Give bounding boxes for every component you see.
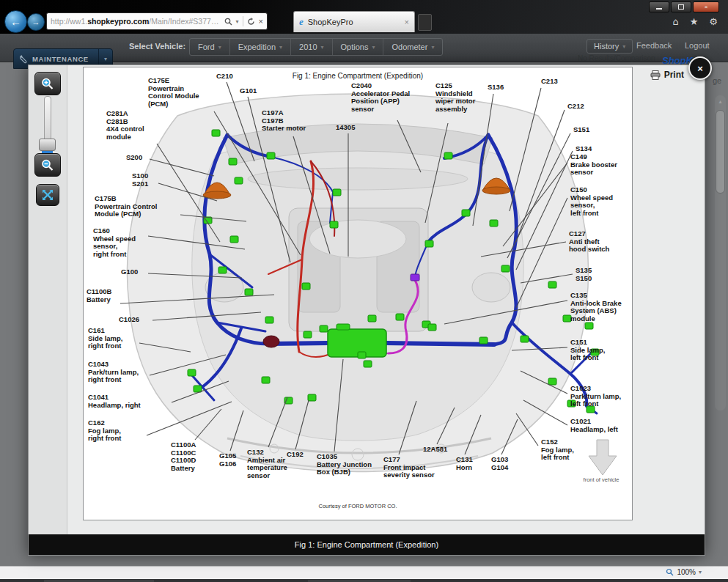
home-icon[interactable]: ⌂	[672, 16, 678, 27]
page-zoom-control[interactable]: 100% ▾	[666, 568, 702, 576]
browser-back-button[interactable]: ←	[4, 10, 27, 33]
figure-label: C177 Front impact severity sensor	[383, 456, 435, 479]
search-icon[interactable]	[224, 18, 232, 26]
figure-label: C132 Ambient air temperature sensor	[247, 449, 287, 479]
address-bar[interactable]: http://ww1.shopkeypro.com/Main/Index#S37…	[46, 12, 268, 30]
tab-title: ShopKeyPro	[308, 18, 400, 26]
figure-label: C152 Fog lamp, left front	[541, 438, 574, 462]
chevron-down-icon: ▾	[431, 44, 434, 51]
tab-shopkeypro[interactable]: e ShopKeyPro ×	[293, 11, 415, 32]
figure-label: C281A C281B 4X4 control module	[106, 110, 144, 141]
window-maximize-button[interactable]	[671, 1, 691, 12]
figure-label: C149 Brake booster sensor	[570, 153, 617, 177]
forward-arrow-icon: →	[32, 18, 40, 26]
logout-link[interactable]: Logout	[685, 41, 710, 50]
figure-label: C135 Anti-lock Brake System (ABS) module	[570, 292, 622, 323]
window-controls: ×	[649, 1, 719, 12]
wrench-icon	[19, 54, 29, 64]
vehicle-menu-2010[interactable]: 2010▾	[290, 39, 332, 55]
front-of-vehicle-label: front of vehicle	[570, 476, 632, 483]
figure-label: C125 Windshield wiper motor assembly	[435, 82, 475, 113]
vehicle-menu-ford[interactable]: Ford▾	[190, 39, 229, 55]
vehicle-menu-odometer[interactable]: Odometer▾	[383, 39, 442, 55]
scrollbar-thumb[interactable]	[716, 110, 725, 194]
vehicle-menu-label: Options	[341, 43, 369, 51]
figure-label: 12A581	[423, 446, 447, 454]
chevron-down-icon: ▾	[279, 44, 282, 51]
page-scrollbar[interactable]: ▴	[715, 95, 726, 410]
minimize-icon	[656, 8, 662, 10]
maintenance-tab-label: MAINTENANCE	[29, 55, 98, 63]
figure-label: G103 G104	[491, 456, 508, 471]
close-icon: ×	[697, 63, 703, 74]
browser-chrome: × ← → http://ww1.shopkeypro.com/Main/Ind…	[0, 0, 728, 34]
figure-label: C212	[567, 103, 584, 111]
zoom-magnifier-icon	[666, 568, 674, 576]
vehicle-menu-label: Ford	[198, 43, 215, 51]
figure-label: S135 S150	[576, 267, 592, 282]
dialog-close-button[interactable]: ×	[688, 56, 712, 80]
print-button[interactable]: Print	[650, 70, 684, 80]
chevron-down-icon: ▾	[372, 44, 375, 51]
figure-label: C160 Wheel speed sensor, right front	[93, 227, 136, 258]
figure-label: C127 Anti theft hood switch	[569, 230, 609, 254]
url-path: /Main/Index#S3776635997200903110000	[149, 17, 221, 26]
close-icon: ×	[705, 4, 708, 10]
tab-close-icon[interactable]: ×	[405, 18, 409, 26]
vehicle-menu-label: Expedition	[238, 43, 276, 51]
window-minimize-button[interactable]	[649, 1, 669, 12]
feedback-link[interactable]: Feedback	[636, 41, 672, 50]
fit-to-screen-icon	[41, 188, 54, 202]
zoom-out-button[interactable]	[34, 153, 61, 177]
zoom-slider-handle[interactable]	[39, 139, 56, 151]
figure-caption-bar: Fig 1: Engine Compartment (Expedition)	[29, 534, 705, 555]
stop-icon[interactable]: ×	[259, 17, 263, 26]
print-label: Print	[664, 70, 684, 80]
history-button[interactable]: History▾	[587, 39, 633, 54]
figure-label: 14305	[336, 124, 355, 132]
window-close-button[interactable]: ×	[693, 1, 719, 12]
url-domain: shopkeypro.com	[87, 17, 149, 26]
zoom-in-icon	[40, 77, 55, 91]
ie-browser-icon: e	[299, 16, 304, 28]
chevron-down-icon: ▾	[622, 43, 625, 50]
browser-status-bar: 100% ▾	[0, 566, 728, 580]
figure-label: G105 G106	[219, 452, 236, 468]
background-results-text: No Results/Comparison	[578, 54, 655, 62]
new-tab-button[interactable]	[418, 14, 432, 31]
url-protocol: http://ww1.	[51, 17, 87, 26]
figure-label: S100 S201	[132, 172, 148, 188]
background-text-fragment: ge	[713, 76, 721, 85]
figure-label: C1100A C1100C C1100D Battery	[171, 441, 196, 472]
fit-to-screen-button[interactable]	[36, 184, 59, 206]
vehicle-menu-options[interactable]: Options▾	[332, 39, 383, 55]
taskbar-edge	[0, 579, 728, 582]
browser-window: × ← → http://ww1.shopkeypro.com/Main/Ind…	[0, 0, 728, 582]
refresh-icon[interactable]	[247, 18, 255, 26]
settings-gear-icon[interactable]: ⚙	[709, 16, 718, 27]
maximize-icon	[678, 4, 684, 10]
vehicle-selector-group: Ford▾Expedition▾2010▾Options▾Odometer▾	[189, 38, 443, 56]
figure-label: C150 Wheel speed sensor, left front	[570, 186, 613, 217]
figure-canvas: Fig 1: Engine Compartment (Expedition) C…	[83, 67, 633, 520]
figure-label: C2040 Accelerator Pedal Position (APP) s…	[351, 82, 410, 113]
figure-label: S134	[576, 145, 592, 153]
favorites-star-icon[interactable]: ★	[690, 16, 699, 27]
chevron-down-icon: ▾	[218, 44, 221, 51]
figure-label: G101	[240, 87, 257, 95]
divider	[243, 16, 243, 26]
figure-label: C213	[541, 78, 558, 86]
chevron-down-icon: ▾	[321, 44, 324, 51]
vehicle-menu-expedition[interactable]: Expedition▾	[229, 39, 290, 55]
figure-label: C161 Side lamp, right front	[88, 327, 123, 350]
chevron-down-icon[interactable]: ▾	[236, 18, 239, 25]
figure-label: C175B Powertrain Control Module (PCM)	[95, 195, 158, 218]
figure-label: C1043 Park/turn lamp, right front	[88, 361, 139, 384]
figure-label: C131 Horn	[456, 456, 473, 471]
figure-label: C1100B Battery	[87, 288, 111, 303]
browser-forward-button[interactable]: →	[27, 13, 45, 31]
figure-label: G100	[121, 268, 138, 276]
scrollbar-up-arrow-icon[interactable]: ▴	[715, 98, 726, 105]
zoom-in-button[interactable]	[34, 72, 61, 95]
figure-label: S200	[126, 154, 142, 162]
